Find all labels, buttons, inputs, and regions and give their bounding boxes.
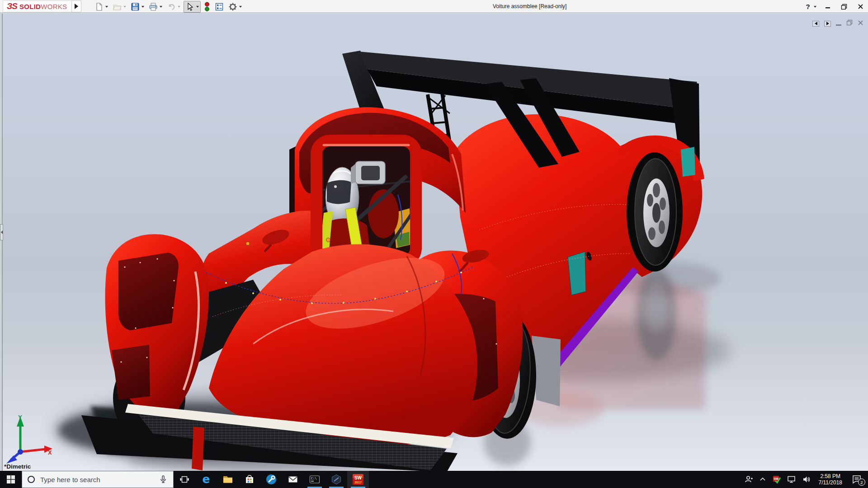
file-explorer-icon bbox=[222, 474, 233, 485]
store-icon bbox=[244, 474, 255, 485]
help-button[interactable]: ? bbox=[805, 2, 811, 12]
stoplight-icon bbox=[204, 2, 210, 12]
close-document-button[interactable] bbox=[858, 19, 863, 28]
network-display-icon bbox=[787, 475, 796, 484]
save-icon bbox=[131, 2, 140, 11]
mail-icon bbox=[288, 474, 298, 485]
close-icon bbox=[858, 4, 863, 9]
close-button[interactable] bbox=[855, 2, 865, 12]
solidworks-2017-button[interactable]: SW 2017 bbox=[347, 471, 369, 488]
options-caret[interactable] bbox=[239, 6, 242, 8]
print-icon bbox=[149, 2, 158, 11]
solidworks-2017-icon: SW 2017 bbox=[352, 474, 364, 485]
options-button[interactable] bbox=[227, 1, 243, 12]
previous-window-button[interactable] bbox=[812, 21, 819, 27]
clock-date: 7/11/2018 bbox=[819, 479, 843, 486]
open-document-caret[interactable] bbox=[123, 6, 126, 8]
solidworks-status-button[interactable]: SW bbox=[772, 475, 781, 484]
menu-flyout-button[interactable] bbox=[71, 0, 81, 12]
command-prompt-button[interactable]: C:\ bbox=[304, 471, 326, 488]
save-caret[interactable] bbox=[142, 6, 144, 8]
rebuild-stoplight-button[interactable] bbox=[203, 1, 212, 13]
restore-document-button[interactable] bbox=[846, 19, 853, 28]
windows-taskbar: e bbox=[0, 471, 868, 488]
edge-button[interactable]: e bbox=[195, 471, 217, 488]
brand-word-bold: SOLID bbox=[19, 3, 41, 10]
feature-panel-splitter[interactable] bbox=[0, 14, 3, 471]
people-button[interactable] bbox=[744, 475, 753, 484]
taskbar-clock[interactable]: 2:58 PM 7/11/2018 bbox=[817, 473, 844, 486]
panel-collapse-tab[interactable] bbox=[0, 224, 3, 240]
view-orientation-label: *Dimetric bbox=[4, 463, 31, 470]
task-view-button[interactable] bbox=[174, 471, 195, 488]
undo-button[interactable] bbox=[165, 1, 182, 12]
clock-time: 2:58 PM bbox=[819, 473, 843, 479]
microphone-icon[interactable] bbox=[159, 475, 168, 484]
search-input[interactable] bbox=[40, 476, 153, 483]
undo-icon bbox=[167, 2, 176, 11]
window-controls: ? bbox=[805, 0, 865, 13]
svg-text:C:\: C:\ bbox=[311, 477, 317, 480]
start-button[interactable] bbox=[0, 471, 22, 488]
brand-word-light: WORKS bbox=[41, 3, 67, 10]
solidworks-status-icon: SW bbox=[772, 475, 781, 484]
minimize-button[interactable] bbox=[823, 2, 833, 12]
triad-y-label: Y bbox=[18, 414, 22, 421]
svg-text:SW: SW bbox=[354, 475, 362, 480]
minimize-icon bbox=[825, 4, 831, 9]
collapse-arrow-icon bbox=[1, 230, 3, 234]
front-left-fender[interactable] bbox=[105, 234, 209, 416]
print-caret[interactable] bbox=[160, 6, 162, 8]
people-icon bbox=[744, 475, 753, 484]
previous-window-icon bbox=[815, 22, 817, 25]
store-button[interactable] bbox=[239, 471, 260, 488]
show-hidden-icons-button[interactable] bbox=[759, 476, 766, 483]
taskbar-search[interactable] bbox=[22, 471, 174, 488]
select-tool-button[interactable] bbox=[184, 1, 201, 13]
hexagon-app-button[interactable] bbox=[326, 471, 347, 488]
task-view-icon bbox=[179, 474, 189, 484]
open-document-button[interactable] bbox=[111, 1, 127, 12]
window-title: Voiture assomblee [Read-only] bbox=[493, 3, 566, 9]
undo-caret[interactable] bbox=[178, 6, 180, 8]
restore-icon bbox=[841, 4, 847, 10]
intake-box bbox=[351, 161, 385, 184]
svg-text:e: e bbox=[203, 474, 210, 485]
model-scene[interactable] bbox=[0, 14, 868, 471]
cockpit[interactable] bbox=[316, 141, 416, 262]
next-window-button[interactable] bbox=[824, 21, 831, 27]
rear-right-wheel[interactable] bbox=[635, 159, 676, 265]
mail-button[interactable] bbox=[282, 471, 304, 488]
network-button[interactable] bbox=[787, 475, 796, 484]
action-center-button[interactable]: 2 bbox=[850, 473, 863, 486]
save-button[interactable] bbox=[129, 1, 146, 12]
select-tool-caret[interactable] bbox=[196, 6, 199, 8]
file-explorer-button[interactable] bbox=[217, 471, 239, 488]
next-window-icon bbox=[826, 22, 829, 25]
quick-access-toolbar bbox=[93, 0, 245, 13]
volume-icon bbox=[802, 475, 811, 484]
volume-button[interactable] bbox=[802, 475, 811, 484]
select-cursor-icon bbox=[185, 2, 194, 11]
minimize-document-button[interactable] bbox=[836, 24, 841, 26]
solidworks-logo: ЗS SOLID WORKS bbox=[3, 0, 72, 12]
new-document-caret[interactable] bbox=[105, 6, 108, 8]
svg-text:2017: 2017 bbox=[354, 481, 362, 484]
gear-icon bbox=[228, 2, 237, 11]
settings-tool-button[interactable] bbox=[260, 471, 282, 488]
tow-tab bbox=[192, 427, 204, 470]
print-button[interactable] bbox=[147, 1, 164, 12]
windows-logo-icon bbox=[7, 475, 15, 483]
command-prompt-icon: C:\ bbox=[309, 474, 320, 485]
orientation-triad: Y X bbox=[1, 413, 60, 464]
edge-icon: e bbox=[200, 474, 212, 485]
restore-document-icon bbox=[846, 19, 853, 26]
restore-button[interactable] bbox=[839, 2, 849, 12]
design-report-button[interactable] bbox=[213, 1, 225, 12]
titlebar: ЗS SOLID WORKS bbox=[0, 0, 868, 13]
help-caret[interactable] bbox=[814, 6, 816, 8]
new-document-button[interactable] bbox=[93, 1, 109, 12]
triad-x-label: X bbox=[48, 449, 52, 456]
graphics-viewport[interactable]: Y X *Dimetric bbox=[0, 14, 868, 471]
desktop-screen: ЗS SOLID WORKS bbox=[0, 0, 868, 488]
